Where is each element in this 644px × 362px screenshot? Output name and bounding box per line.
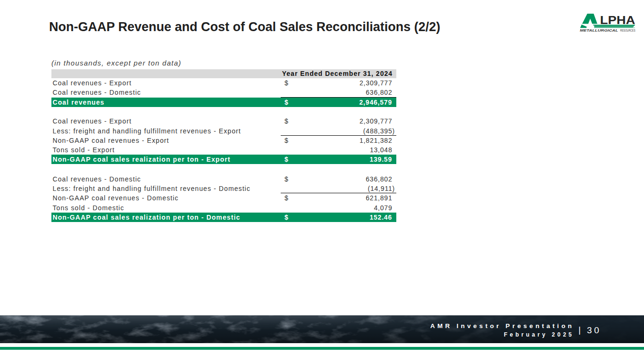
svg-text:LPHA: LPHA	[600, 14, 636, 26]
svg-text:RESOURCES: RESOURCES	[620, 28, 636, 33]
svg-text:METALLURGICAL: METALLURGICAL	[580, 28, 618, 33]
